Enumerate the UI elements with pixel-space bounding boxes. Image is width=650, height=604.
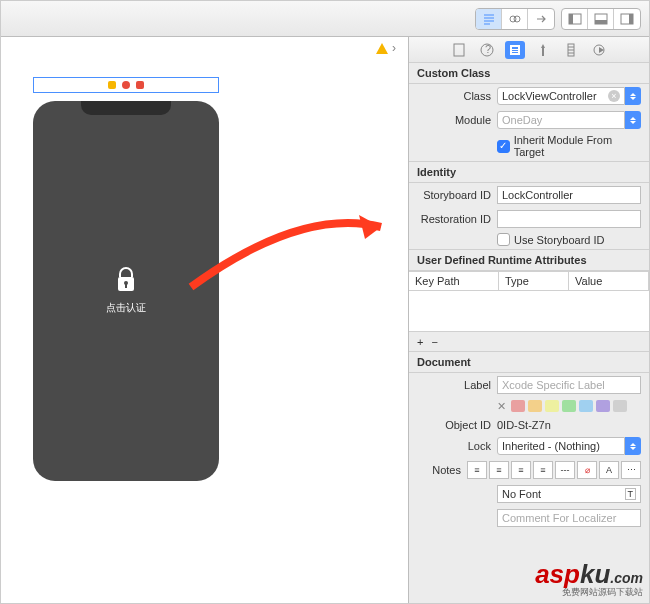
swatch[interactable] — [613, 400, 627, 412]
align-left-icon[interactable]: ≡ — [467, 461, 487, 479]
first-responder-icon[interactable] — [122, 81, 130, 89]
color-icon[interactable]: A — [599, 461, 619, 479]
document-header: Document — [409, 351, 649, 373]
inspector-tabs[interactable]: ? — [409, 37, 649, 63]
issue-indicator[interactable]: › — [376, 41, 396, 55]
align-center-icon[interactable]: ≡ — [489, 461, 509, 479]
swatch[interactable] — [596, 400, 610, 412]
more-icon[interactable]: ⋯ — [621, 461, 641, 479]
connections-tab-icon[interactable] — [589, 41, 609, 59]
class-label: Class — [417, 90, 491, 102]
notes-label: Notes — [417, 464, 461, 476]
window-toolbar — [1, 1, 649, 37]
warning-icon — [376, 43, 388, 54]
restoration-id-field[interactable] — [497, 210, 641, 228]
file-tab-icon[interactable] — [449, 41, 469, 59]
identity-tab-icon[interactable] — [505, 41, 525, 59]
swatch[interactable] — [511, 400, 525, 412]
inherit-label: Inherit Module From Target — [514, 134, 641, 158]
col-value[interactable]: Value — [569, 272, 649, 290]
dropdown-icon[interactable] — [625, 87, 641, 105]
device-preview[interactable]: 点击认证 — [33, 101, 219, 481]
version-editor-icon[interactable] — [528, 9, 554, 29]
help-tab-icon[interactable]: ? — [477, 41, 497, 59]
dash-icon[interactable]: --- — [555, 461, 575, 479]
storyboard-id-field[interactable]: LockController — [497, 186, 641, 204]
udra-header: User Defined Runtime Attributes — [409, 249, 649, 271]
svg-rect-10 — [125, 284, 127, 288]
exit-icon[interactable] — [136, 81, 144, 89]
remove-button[interactable]: − — [431, 336, 437, 348]
inspector-panel: ? Custom Class Class LockViewController×… — [409, 37, 649, 604]
col-keypath[interactable]: Key Path — [409, 272, 499, 290]
storyboard-id-label: Storyboard ID — [417, 189, 491, 201]
col-type[interactable]: Type — [499, 272, 569, 290]
view-mode-segment[interactable] — [475, 8, 555, 30]
align-right-icon[interactable]: ≡ — [511, 461, 531, 479]
add-button[interactable]: + — [417, 336, 423, 348]
label-color-swatches[interactable]: ✕ — [497, 400, 641, 413]
restoration-id-label: Restoration ID — [417, 213, 491, 225]
object-id-value: 0ID-St-Z7n — [497, 419, 641, 431]
strike-icon[interactable]: ⌀ — [577, 461, 597, 479]
left-panel-icon[interactable] — [562, 9, 588, 29]
right-panel-icon[interactable] — [614, 9, 640, 29]
inherit-checkbox[interactable] — [497, 140, 510, 153]
scene-dock[interactable] — [33, 77, 219, 93]
standard-editor-icon[interactable] — [476, 9, 502, 29]
svg-rect-12 — [454, 44, 464, 56]
panel-toggle-segment[interactable] — [561, 8, 641, 30]
swatch[interactable] — [545, 400, 559, 412]
lock-select[interactable]: Inherited - (Nothing) — [497, 437, 641, 455]
vc-icon[interactable] — [108, 81, 116, 89]
class-field[interactable]: LockViewController× — [497, 87, 641, 105]
notch — [81, 101, 171, 115]
swatch[interactable] — [579, 400, 593, 412]
assistant-editor-icon[interactable] — [502, 9, 528, 29]
attributes-tab-icon[interactable] — [533, 41, 553, 59]
module-field[interactable]: OneDay — [497, 111, 641, 129]
label-field[interactable]: Xcode Specific Label — [497, 376, 641, 394]
font-picker-icon[interactable]: T — [625, 488, 637, 500]
lock-label: 点击认证 — [106, 301, 146, 315]
lock-icon — [115, 267, 137, 293]
use-storyboard-checkbox[interactable] — [497, 233, 510, 246]
size-tab-icon[interactable] — [561, 41, 581, 59]
font-field[interactable]: No FontT — [497, 485, 641, 503]
swatch[interactable] — [562, 400, 576, 412]
module-label: Module — [417, 114, 491, 126]
chevron-right-icon: › — [392, 41, 396, 55]
swatch[interactable] — [528, 400, 542, 412]
custom-class-header: Custom Class — [409, 62, 649, 84]
udra-body[interactable] — [409, 291, 649, 331]
svg-rect-3 — [569, 14, 573, 24]
udra-table[interactable]: Key Path Type Value +− — [409, 271, 649, 352]
label-label: Label — [417, 379, 491, 391]
storyboard-canvas[interactable]: › 点击认证 — [1, 37, 409, 604]
dropdown-icon[interactable] — [625, 111, 641, 129]
svg-point-1 — [514, 16, 520, 22]
svg-rect-16 — [512, 47, 518, 49]
object-id-label: Object ID — [417, 419, 491, 431]
clear-swatch[interactable]: ✕ — [497, 400, 506, 413]
use-storyboard-label: Use Storyboard ID — [514, 234, 604, 246]
identity-header: Identity — [409, 161, 649, 183]
svg-rect-7 — [629, 14, 633, 24]
svg-rect-17 — [512, 50, 518, 51]
svg-rect-5 — [595, 20, 607, 24]
svg-marker-11 — [359, 215, 381, 239]
watermark: aspku.com 免费网站源码下载站 — [535, 559, 643, 599]
notes-toolbar[interactable]: ≡ ≡ ≡ ≡ --- ⌀ A ⋯ — [467, 461, 641, 479]
comment-field[interactable]: Comment For Localizer — [497, 509, 641, 527]
clear-icon[interactable]: × — [608, 90, 620, 102]
dropdown-icon[interactable] — [625, 437, 641, 455]
align-justify-icon[interactable]: ≡ — [533, 461, 553, 479]
svg-text:?: ? — [485, 43, 491, 55]
svg-rect-18 — [512, 52, 518, 53]
lock-label: Lock — [417, 440, 491, 452]
bottom-panel-icon[interactable] — [588, 9, 614, 29]
